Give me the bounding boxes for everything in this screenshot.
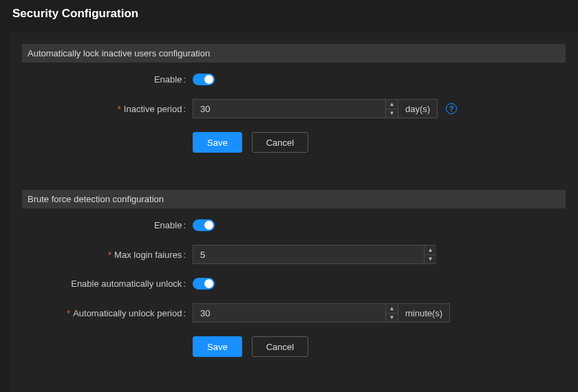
unlock-period-label: *Automatically unlock period: <box>22 308 193 318</box>
chevron-down-icon[interactable]: ▼ <box>386 314 398 323</box>
max-failures-input[interactable] <box>193 245 424 264</box>
inactive-lock-heading: Automatically lock inactive users config… <box>22 44 566 63</box>
inactive-period-row: *Inactive period: ▲ ▼ day(s) ? <box>22 99 566 118</box>
enable-label-brute: Enable: <box>22 220 193 230</box>
brute-force-heading: Brute force detection configuration <box>22 190 566 208</box>
unlock-period-input[interactable] <box>193 303 385 323</box>
enable-label-inactive: Enable: <box>22 74 193 85</box>
inactive-period-input[interactable] <box>193 99 385 118</box>
inactive-period-unit: day(s) <box>398 99 438 118</box>
enable-row-brute: Enable: <box>22 219 566 231</box>
inactive-period-spinner[interactable]: ▲ ▼ <box>385 99 398 118</box>
page-title: Security Configuration <box>0 0 578 29</box>
enable-row-inactive: Enable: <box>22 74 566 85</box>
save-button-inactive[interactable]: Save <box>193 132 242 153</box>
chevron-down-icon[interactable]: ▼ <box>386 109 398 118</box>
save-button-brute[interactable]: Save <box>193 336 242 357</box>
brute-button-row: Save Cancel <box>193 336 566 357</box>
unlock-period-unit: minute(s) <box>398 303 450 323</box>
auto-unlock-toggle[interactable] <box>193 278 215 290</box>
auto-unlock-row: Enable automatically unlock: <box>22 278 566 290</box>
help-icon[interactable]: ? <box>446 103 457 114</box>
max-failures-label: *Max login faiures: <box>22 250 193 260</box>
auto-unlock-label: Enable automatically unlock: <box>22 279 193 289</box>
config-panel: Automatically lock inactive users config… <box>10 32 578 392</box>
enable-toggle-brute[interactable] <box>193 219 215 231</box>
max-failures-row: *Max login faiures: ▲ ▼ <box>22 245 566 264</box>
chevron-up-icon[interactable]: ▲ <box>386 100 398 109</box>
inactive-period-label: *Inactive period: <box>22 104 193 114</box>
cancel-button-inactive[interactable]: Cancel <box>252 132 308 153</box>
chevron-up-icon[interactable]: ▲ <box>425 246 436 255</box>
chevron-up-icon[interactable]: ▲ <box>386 304 398 314</box>
unlock-period-row: *Automatically unlock period: ▲ ▼ minute… <box>22 303 566 323</box>
enable-toggle-inactive[interactable] <box>193 74 215 85</box>
chevron-down-icon[interactable]: ▼ <box>425 255 436 264</box>
cancel-button-brute[interactable]: Cancel <box>252 336 308 357</box>
inactive-button-row: Save Cancel <box>193 132 566 153</box>
max-failures-spinner[interactable]: ▲ ▼ <box>424 245 436 264</box>
unlock-period-spinner[interactable]: ▲ ▼ <box>385 303 398 323</box>
